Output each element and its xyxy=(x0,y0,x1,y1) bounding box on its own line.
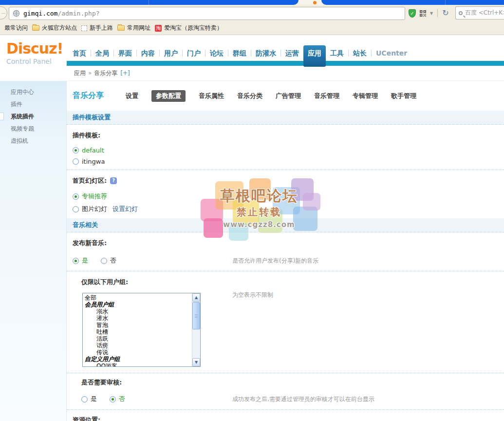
breadcrumb-separator: » xyxy=(88,70,92,77)
listbox-option[interactable]: QQ游客 xyxy=(85,363,190,367)
tab-divider xyxy=(445,0,446,5)
browser-tab[interactable] xyxy=(321,0,504,5)
url-bar[interactable]: gimqi.com/admin.php? xyxy=(9,7,405,20)
qr-code-icon[interactable] xyxy=(419,10,427,17)
reload-icon[interactable]: ↻ xyxy=(442,9,448,17)
bookmark-firefox-official[interactable]: 火狐官方站点 xyxy=(32,24,77,32)
breadcrumb-expand-link[interactable]: [+] xyxy=(120,70,130,77)
listbox-option-all[interactable]: 全部 xyxy=(85,294,190,301)
nav-item-users[interactable]: 用户 xyxy=(160,45,182,61)
nav-item-home[interactable]: 首页 xyxy=(68,45,91,61)
sidebar-item-video-topics[interactable]: 视频专题 xyxy=(0,123,66,135)
listbox-option[interactable]: 吐槽 xyxy=(85,328,190,335)
section-header-template-settings: 插件模板设置 xyxy=(67,111,504,124)
radio-unselected-icon[interactable] xyxy=(73,206,79,212)
back-button[interactable] xyxy=(0,6,7,19)
nav-item-forum[interactable]: 论坛 xyxy=(205,45,228,61)
radio-option-itingwa[interactable]: itingwa xyxy=(67,156,504,170)
listbox-option[interactable]: 冒泡 xyxy=(85,322,190,328)
radio-yes-label: 是 xyxy=(91,395,97,403)
radio-yes-unselected-icon[interactable] xyxy=(81,396,88,402)
nav-item-webmaster[interactable]: 站长 xyxy=(349,45,371,61)
address-bar-icons: ✓ ▼ ↻ xyxy=(409,9,449,18)
nav-item-content[interactable]: 内容 xyxy=(137,45,159,61)
scroll-up-icon[interactable]: ▲ xyxy=(192,293,200,302)
listbox-option[interactable]: 传说 xyxy=(85,349,190,356)
bookmark-label: 最常访问 xyxy=(4,24,28,32)
user-groups-listbox[interactable]: 全部 会员用户组 溺水 潜水 冒泡 吐槽 活跃 话痨 传说 自定义用户组 QQ游… xyxy=(82,293,201,367)
section-header-music-related: 音乐相关 xyxy=(67,218,504,232)
radio-selected-icon[interactable] xyxy=(73,147,79,153)
listbox-option[interactable]: 活跃 xyxy=(85,335,190,342)
field-limit-user-groups: 仅限以下用户组: 全部 会员用户组 溺水 潜水 冒泡 吐槽 活跃 话痨 传说 自… xyxy=(67,271,504,373)
radio-no-unselected-icon[interactable] xyxy=(101,258,107,264)
sidebar-item-vm[interactable]: 虚拟机 xyxy=(0,135,66,147)
browser-tab-strip xyxy=(0,0,504,5)
radio-no-selected-icon[interactable] xyxy=(110,396,116,402)
radio-selected-icon[interactable] xyxy=(73,193,79,200)
tab-album-management[interactable]: 专辑管理 xyxy=(353,92,378,100)
scrollbar-thumb[interactable] xyxy=(192,302,200,329)
sidebar-item-plugins[interactable]: 插件 xyxy=(0,98,66,111)
folder-icon xyxy=(32,25,39,31)
chevron-down-icon[interactable]: ▼ xyxy=(430,11,433,16)
radio-yes-selected-icon[interactable] xyxy=(73,258,79,264)
nav-item-tools[interactable]: 工具 xyxy=(326,45,348,61)
bookmark-getting-started[interactable]: 新手上路 xyxy=(81,24,113,32)
nav-item-portal[interactable]: 门户 xyxy=(183,45,205,61)
radio-unselected-icon[interactable] xyxy=(73,158,79,165)
plugin-template-label: 插件模板: xyxy=(67,125,504,142)
listbox-option[interactable]: 溺水 xyxy=(85,308,190,315)
radio-option-default[interactable]: default xyxy=(67,142,504,156)
tab-settings[interactable]: 设置 xyxy=(126,92,138,100)
bookmark-label: 常用网址 xyxy=(127,24,150,32)
page-title: 音乐分享 xyxy=(73,91,104,101)
breadcrumb-root[interactable]: 应用 xyxy=(74,70,86,77)
sidebar-item-app-center[interactable]: 应用中心 xyxy=(0,86,66,98)
nav-item-interface[interactable]: 界面 xyxy=(114,45,136,61)
tab-music-management[interactable]: 音乐管理 xyxy=(314,92,339,100)
nav-item-antispam[interactable]: 防灌水 xyxy=(251,45,280,61)
search-placeholder: 百度 <Ctrl+K> xyxy=(465,9,504,17)
listbox-option[interactable]: 潜水 xyxy=(85,315,190,322)
url-text[interactable]: gimqi.com/admin.php? xyxy=(23,10,100,17)
radio-option-album-recommend[interactable]: 专辑推荐 xyxy=(67,187,504,203)
label-text: 首页幻灯区: xyxy=(73,176,107,185)
tab-ad-management[interactable]: 广告管理 xyxy=(276,92,301,100)
bookmark-common-sites[interactable]: 常用网址 xyxy=(117,24,150,32)
listbox-option[interactable]: 话痨 xyxy=(85,342,190,349)
nav-item-apps-active[interactable]: 应用 xyxy=(303,45,326,67)
nav-item-global[interactable]: 全局 xyxy=(91,45,113,61)
search-icon xyxy=(459,11,463,15)
bookmark-aitaobao[interactable]: 淘爱淘宝（原淘宝特卖） xyxy=(155,24,223,32)
nav-item-ucenter[interactable]: UCenter xyxy=(372,45,411,61)
radio-option-image-slide[interactable]: 图片幻灯 设置幻灯 xyxy=(67,203,504,218)
help-icon[interactable]: ? xyxy=(110,177,117,184)
browser-tab[interactable] xyxy=(0,0,299,5)
bookmark-most-visited[interactable]: 最常访问 xyxy=(4,24,28,32)
field-need-audit: 是否需要审核: 是 否 成功发布之后,需要通过管理员的审核才可以在前台显示 xyxy=(67,373,504,409)
nav-item-group[interactable]: 群组 xyxy=(228,45,251,61)
sidebar-item-system-plugins[interactable]: 系统插件 xyxy=(0,111,66,123)
logo-subtitle: Control Panel xyxy=(6,57,63,65)
field-plugin-template: 插件模板: default itingwa xyxy=(67,125,504,170)
publish-new-music-label: 发布新音乐: xyxy=(67,232,504,249)
tab-music-categories[interactable]: 音乐分类 xyxy=(237,92,262,100)
tab-artist-management[interactable]: 歌手管理 xyxy=(391,92,416,100)
radio-yes-label: 是 xyxy=(82,256,88,265)
field-home-slideshow: 首页幻灯区: ? 专辑推荐 图片幻灯 设置幻灯 xyxy=(67,170,504,218)
sidebar: 应用中心 插件 系统插件 视频专题 虚拟机 xyxy=(0,81,67,421)
listbox-group-custom-groups: 自定义用户组 xyxy=(85,356,190,363)
listbox-scrollbar[interactable]: ▲ ▼ xyxy=(192,293,200,366)
tab-music-attributes[interactable]: 音乐属性 xyxy=(199,92,224,100)
search-input[interactable]: 百度 <Ctrl+K> xyxy=(455,6,504,19)
radio-label: 专辑推荐 xyxy=(82,192,107,201)
tab-parameter-config-active[interactable]: 参数配置 xyxy=(151,90,186,102)
tab-divider xyxy=(149,0,149,5)
configure-slideshow-link[interactable]: 设置幻灯 xyxy=(112,205,138,213)
security-shield-icon[interactable]: ✓ xyxy=(409,9,416,18)
scroll-down-icon[interactable]: ▼ xyxy=(192,358,200,366)
nav-item-operation[interactable]: 运营 xyxy=(281,45,303,61)
url-path: /admin.php? xyxy=(57,10,99,17)
discuz-logo: Discuz! Control Panel xyxy=(6,41,63,65)
